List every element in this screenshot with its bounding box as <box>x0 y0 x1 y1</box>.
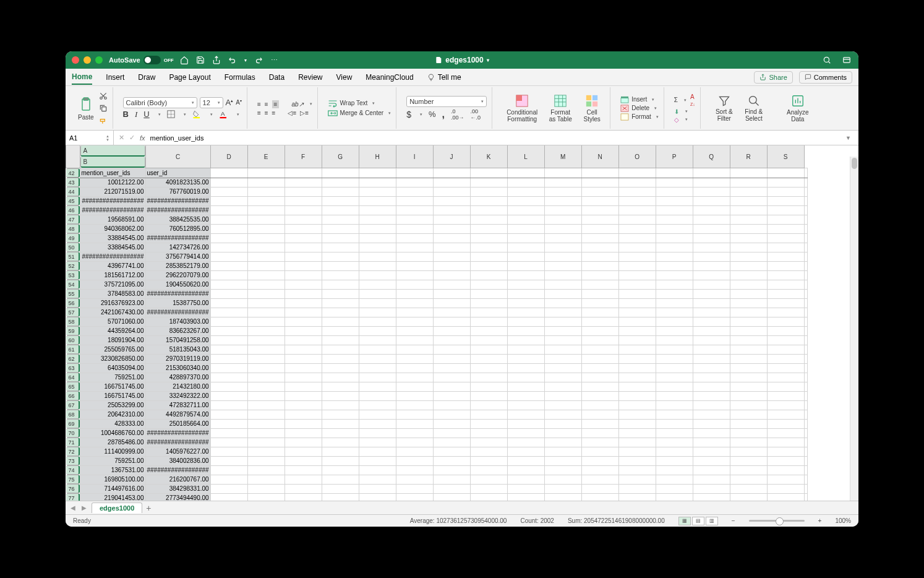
cell[interactable] <box>247 308 284 317</box>
cell[interactable] <box>618 465 656 475</box>
cell[interactable]: 15387750.00 <box>145 298 210 308</box>
cell[interactable] <box>507 400 544 410</box>
cell[interactable] <box>693 187 730 196</box>
cell[interactable] <box>581 224 618 233</box>
cell[interactable] <box>730 391 767 400</box>
cell[interactable] <box>507 493 544 501</box>
cell[interactable] <box>322 373 359 382</box>
cell[interactable] <box>618 335 656 345</box>
cell[interactable] <box>730 493 767 501</box>
cell[interactable] <box>247 382 284 391</box>
cell[interactable] <box>618 345 656 354</box>
cell[interactable] <box>656 456 693 465</box>
tab-data[interactable]: Data <box>269 71 284 84</box>
row-header[interactable]: 63 <box>66 363 80 373</box>
cell[interactable] <box>544 215 581 224</box>
cell[interactable] <box>544 168 581 178</box>
cell[interactable]: 166751745.00 <box>80 391 145 400</box>
cell[interactable] <box>284 419 322 428</box>
cell[interactable] <box>767 373 804 382</box>
wrap-text-button[interactable]: Wrap Text▾ <box>328 99 391 108</box>
cell[interactable] <box>210 187 247 196</box>
cell[interactable]: 1405976227.00 <box>145 447 210 456</box>
cell[interactable] <box>396 400 433 410</box>
column-header-E[interactable]: E <box>247 145 284 168</box>
cell[interactable] <box>470 187 507 196</box>
cell[interactable] <box>359 233 396 243</box>
cell[interactable]: 332492322.00 <box>145 391 210 400</box>
row-header[interactable]: 51 <box>66 252 80 261</box>
cell[interactable] <box>656 400 693 410</box>
cell[interactable] <box>656 493 693 501</box>
cell[interactable] <box>470 391 507 400</box>
cell[interactable] <box>284 205 322 215</box>
cell[interactable] <box>581 400 618 410</box>
cell[interactable] <box>322 363 359 373</box>
cell[interactable] <box>359 410 396 419</box>
cell[interactable] <box>247 363 284 373</box>
cell[interactable] <box>693 335 730 345</box>
column-header-I[interactable]: I <box>396 145 433 168</box>
cell[interactable] <box>470 326 507 335</box>
cell[interactable] <box>656 475 693 484</box>
cell[interactable] <box>544 428 581 438</box>
cell[interactable] <box>767 475 804 484</box>
cell[interactable] <box>618 243 656 252</box>
cell[interactable] <box>544 280 581 289</box>
cell[interactable] <box>767 224 804 233</box>
cell[interactable] <box>322 391 359 400</box>
cell[interactable] <box>396 205 433 215</box>
cell[interactable] <box>544 308 581 317</box>
cell[interactable] <box>767 298 804 308</box>
cell[interactable] <box>656 280 693 289</box>
cell[interactable] <box>284 178 322 187</box>
cell[interactable] <box>284 317 322 326</box>
share-icon[interactable] <box>212 56 221 64</box>
cell[interactable] <box>618 400 656 410</box>
cell[interactable] <box>396 270 433 280</box>
align-top-icon[interactable]: ≡ <box>257 101 261 108</box>
cell[interactable] <box>396 354 433 363</box>
cell[interactable] <box>581 354 618 363</box>
stepper-icon[interactable]: ▲▼ <box>106 134 109 142</box>
cell[interactable] <box>470 178 507 187</box>
cell[interactable] <box>284 308 322 317</box>
cell[interactable] <box>804 289 807 298</box>
cell[interactable] <box>433 205 470 215</box>
cell[interactable]: 18091904.00 <box>80 335 145 345</box>
cell[interactable]: 2773494490.00 <box>145 493 210 501</box>
cell[interactable] <box>767 493 804 501</box>
cell[interactable]: 518135043.00 <box>145 345 210 354</box>
cell[interactable] <box>433 428 470 438</box>
cell[interactable] <box>247 410 284 419</box>
cell[interactable] <box>433 438 470 447</box>
cell[interactable]: 166751745.00 <box>80 382 145 391</box>
cell[interactable] <box>284 410 322 419</box>
cell[interactable] <box>210 335 247 345</box>
cell[interactable] <box>359 493 396 501</box>
cell[interactable] <box>804 261 807 270</box>
cell[interactable] <box>284 475 322 484</box>
spreadsheet-grid[interactable]: ABCDEFGHIJKLMNOPQRS42mention_user_idsuse… <box>66 145 858 501</box>
cell[interactable] <box>359 345 396 354</box>
cell[interactable] <box>656 168 693 178</box>
cell[interactable] <box>433 345 470 354</box>
cell[interactable] <box>581 382 618 391</box>
cell[interactable] <box>656 261 693 270</box>
cell[interactable] <box>693 243 730 252</box>
cell[interactable] <box>359 270 396 280</box>
cell[interactable]: ################## <box>145 428 210 438</box>
cell[interactable] <box>656 438 693 447</box>
cell[interactable] <box>656 178 693 187</box>
cell[interactable] <box>618 391 656 400</box>
cell[interactable] <box>322 289 359 298</box>
cell[interactable] <box>433 317 470 326</box>
cell[interactable] <box>656 465 693 475</box>
cell[interactable] <box>322 419 359 428</box>
cell[interactable] <box>581 438 618 447</box>
tab-insert[interactable]: Insert <box>106 71 124 84</box>
cell[interactable]: 19568591.00 <box>80 215 145 224</box>
cell[interactable] <box>470 261 507 270</box>
cell[interactable] <box>396 168 433 178</box>
cell[interactable] <box>544 475 581 484</box>
